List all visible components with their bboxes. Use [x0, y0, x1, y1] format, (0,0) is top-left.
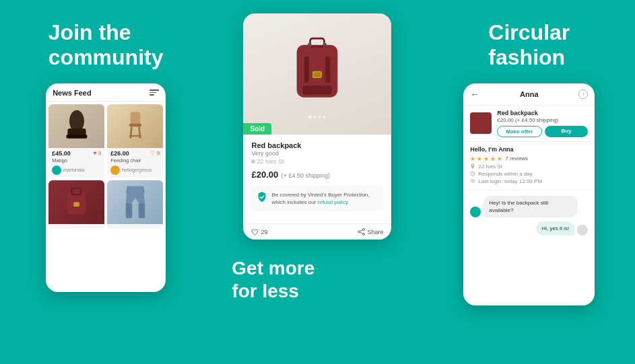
sold-badge: Sold [243, 123, 271, 135]
item-name: Feeding chair [110, 157, 160, 163]
left-phone: News Feed £45.00 ♥ 3 [46, 83, 166, 292]
share-icon [358, 228, 365, 235]
seller-last-login: Last login: today 12:00 PM [478, 178, 542, 184]
product-shipping: (+ £4.50 shipping) [281, 172, 330, 179]
svg-rect-10 [73, 203, 79, 207]
product-condition: Very good [251, 150, 383, 157]
seller-location-row: 22 Ives St [470, 163, 588, 170]
item-image [48, 180, 104, 224]
summary-product-price: £20.00 (+ £4.50 shipping) [497, 117, 588, 123]
news-feed-title: News Feed [53, 89, 91, 97]
svg-rect-18 [326, 57, 331, 83]
chat-header: ← Anna i [463, 83, 595, 106]
filter-icon[interactable] [149, 89, 159, 96]
svg-rect-17 [304, 57, 309, 83]
item-info: £45.00 ♥ 3 Mango martonala [48, 148, 104, 178]
svg-line-27 [360, 230, 363, 231]
username: martonala [63, 168, 84, 172]
summary-product-name: Red backpack [497, 110, 588, 116]
svg-point-26 [358, 231, 360, 233]
avatar [577, 225, 588, 235]
item-image [107, 180, 163, 224]
svg-rect-20 [314, 72, 321, 77]
chat-messages: Hey! Is the backpack still available? Hi… [463, 190, 595, 242]
product-price: £20.00 [251, 170, 278, 180]
like-action[interactable]: 29 [251, 229, 267, 235]
right-phone: ← Anna i Red backpack £20.00 (+ £4.50 sh… [463, 83, 595, 305]
reviews-count: 7 reviews [505, 155, 528, 161]
center-section: Sold Red backpack Very good 22 Ives St £… [211, 0, 423, 364]
message-bubble-received: Hey! Is the backpack still available? [483, 196, 578, 217]
svg-rect-22 [308, 43, 312, 46]
list-item[interactable] [48, 180, 104, 229]
message-row-sent: Hi, yes it is! [470, 221, 588, 235]
list-item[interactable] [107, 180, 163, 229]
item-likes: ♥ 3 [94, 150, 101, 156]
item-name: Mango [52, 157, 101, 163]
product-location: 22 Ives St [251, 158, 383, 165]
right-section: Circular fashion ← Anna i Red backpack £… [424, 0, 635, 364]
username: hellogorgeous [122, 168, 152, 172]
left-heading: Join the community [48, 20, 164, 70]
product-image-container: Sold [243, 13, 391, 135]
right-heading: Circular fashion [488, 20, 570, 70]
item-info: £26.00 ♡ 9 Feeding chair hellogorgeous [107, 148, 163, 178]
location-dot-icon [251, 159, 255, 163]
item-info [48, 224, 104, 229]
svg-point-25 [363, 233, 365, 235]
eye-icon [470, 178, 475, 184]
product-summary: Red backpack £20.00 (+ £4.50 shipping) M… [463, 106, 595, 142]
seller-location: 22 Ives St [478, 163, 502, 170]
message-bubble-sent: Hi, yes it is! [536, 221, 574, 235]
svg-rect-3 [130, 112, 140, 124]
seller-login-row: Last login: today 12:00 PM [470, 178, 588, 184]
make-offer-button[interactable]: Make offer [497, 126, 542, 137]
avatar [470, 207, 481, 217]
item-user: martonala [52, 166, 101, 175]
star-rating: ★ ★ ★ ★ ★ 7 reviews [470, 155, 588, 162]
avatar [110, 166, 120, 175]
svg-line-28 [360, 233, 363, 234]
center-phone: Sold Red backpack Very good 22 Ives St £… [243, 13, 391, 240]
share-action[interactable]: Share [358, 228, 383, 235]
message-row-received: Hey! Is the backpack still available? [470, 196, 588, 217]
svg-rect-11 [125, 203, 131, 218]
seller-response-row: Responds within a day [470, 171, 588, 177]
product-details: Red backpack Very good 22 Ives St £20.00… [243, 135, 391, 223]
seller-response: Responds within a day [478, 171, 533, 177]
buy-button[interactable]: Buy [545, 126, 589, 137]
item-user: hellogorgeous [110, 166, 160, 175]
avatar [52, 166, 61, 175]
list-item[interactable]: £26.00 ♡ 9 Feeding chair hellogorgeous [107, 104, 163, 178]
left-section: Join the community News Feed [0, 0, 211, 364]
item-price: £45.00 [52, 150, 71, 157]
back-icon[interactable]: ← [470, 89, 479, 100]
seller-greeting: Hello, I'm Anna [470, 146, 588, 153]
item-price: £26.00 [110, 150, 129, 157]
news-feed-header: News Feed [46, 83, 166, 102]
shield-icon [257, 191, 267, 203]
svg-rect-12 [138, 203, 144, 218]
feed-grid: £45.00 ♥ 3 Mango martonala [46, 102, 166, 231]
product-actions: 29 Share [243, 223, 391, 240]
seller-info: Hello, I'm Anna ★ ★ ★ ★ ★ 7 reviews 22 I… [463, 142, 595, 190]
product-thumbnail [470, 112, 492, 134]
list-item[interactable]: £45.00 ♥ 3 Mango martonala [48, 104, 104, 178]
svg-rect-2 [66, 135, 87, 138]
image-dots [309, 116, 326, 118]
item-image [48, 104, 104, 148]
offer-buy-buttons: Make offer Buy [497, 126, 588, 137]
svg-rect-23 [323, 43, 327, 46]
chat-title: Anna [520, 90, 539, 98]
info-icon[interactable]: i [578, 89, 588, 99]
svg-rect-21 [303, 85, 332, 94]
buyer-protection-box: Be covered by Vinted's Buyer Protection,… [251, 186, 383, 211]
heart-icon [251, 229, 259, 235]
svg-point-24 [363, 229, 365, 231]
bottom-heading: Get more for less [225, 257, 314, 302]
location-icon [470, 163, 475, 169]
svg-point-33 [472, 180, 473, 182]
item-image [107, 104, 163, 148]
item-info [107, 224, 163, 229]
protection-text: Be covered by Vinted's Buyer Protection,… [271, 191, 378, 206]
